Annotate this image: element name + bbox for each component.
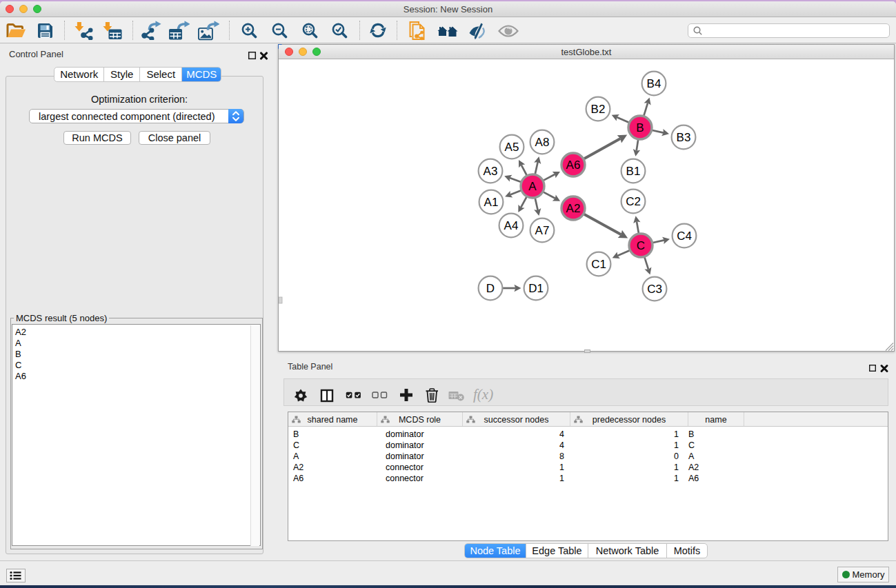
svg-text:A1: A1	[484, 196, 499, 209]
svg-text:B3: B3	[677, 131, 691, 144]
svg-text:A7: A7	[535, 224, 550, 237]
svg-text:D: D	[486, 282, 495, 295]
svg-text:A6: A6	[566, 159, 581, 172]
svg-text:C2: C2	[626, 195, 641, 208]
svg-text:A3: A3	[484, 165, 498, 178]
svg-text:C4: C4	[677, 230, 692, 243]
svg-text:B4: B4	[647, 77, 661, 90]
svg-text:C1: C1	[591, 258, 606, 271]
svg-text:C: C	[637, 239, 645, 252]
svg-text:A4: A4	[504, 219, 519, 232]
svg-text:B2: B2	[591, 103, 606, 116]
svg-text:A: A	[528, 180, 537, 193]
svg-text:A8: A8	[535, 136, 550, 149]
svg-text:B1: B1	[626, 165, 641, 178]
svg-text:D1: D1	[528, 282, 544, 295]
svg-text:C3: C3	[647, 283, 662, 296]
svg-text:A2: A2	[566, 202, 581, 215]
svg-text:A5: A5	[505, 141, 519, 154]
svg-text:B: B	[636, 121, 644, 134]
